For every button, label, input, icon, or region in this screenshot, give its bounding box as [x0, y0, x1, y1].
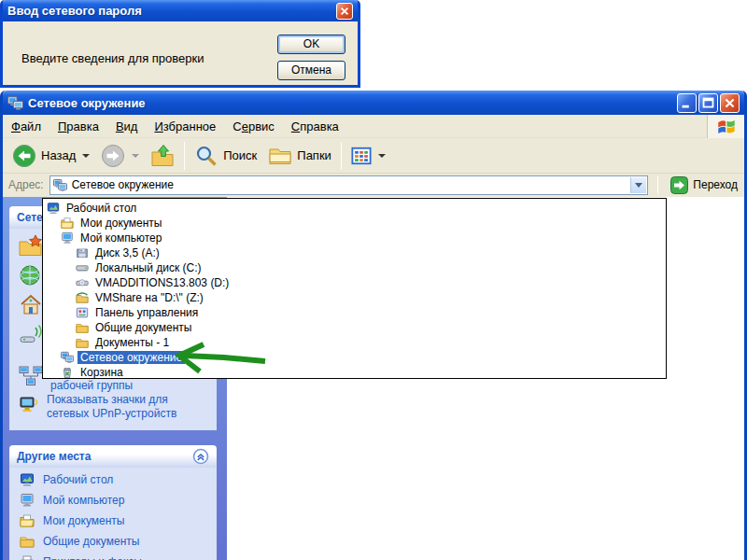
- upnp-task-label[interactable]: Показывать значки для сетевых UPnP-устро…: [47, 393, 204, 421]
- menu-edit[interactable]: Правка: [49, 116, 107, 137]
- upnp-device-icon: [19, 396, 39, 416]
- recycle-bin-icon: [61, 366, 74, 379]
- search-button[interactable]: Поиск: [189, 141, 262, 171]
- dropdown-item-control-panel[interactable]: Панель управления: [43, 305, 666, 320]
- forward-icon: [101, 144, 125, 168]
- place-my-documents[interactable]: Мои документы: [13, 511, 213, 531]
- control-panel-icon: [76, 306, 89, 319]
- place-shared-documents[interactable]: Общие документы: [13, 531, 213, 552]
- dropdown-item-shared-documents[interactable]: Общие документы: [43, 320, 666, 335]
- folder-icon: [76, 336, 89, 349]
- network-places-icon: [53, 178, 67, 192]
- back-dropdown-caret[interactable]: [82, 154, 90, 158]
- dropdown-item-desktop[interactable]: Рабочий стол: [43, 201, 666, 216]
- my-computer-icon: [20, 493, 35, 508]
- window-titlebar[interactable]: Сетевое окружение: [3, 91, 744, 115]
- dropdown-item-network-places-selected[interactable]: Сетевое окружение: [43, 350, 666, 365]
- floppy-icon: [76, 246, 89, 259]
- toolbar: Назад Поиск Папки: [3, 138, 744, 174]
- toolbar-separator: [184, 142, 185, 170]
- views-button[interactable]: [345, 143, 391, 169]
- wireless-network-icon: [19, 324, 43, 346]
- task-show-upnp-icons[interactable]: Показывать значки для сетевых UPnP-устро…: [13, 393, 213, 425]
- dialog-message: Введите сведения для проверки: [21, 51, 204, 65]
- place-my-computer[interactable]: Мой компьютер: [13, 490, 213, 511]
- window-title: Сетевое окружение: [28, 96, 672, 110]
- go-label: Переход: [693, 178, 738, 191]
- ok-button[interactable]: OK: [277, 35, 345, 54]
- windows-logo-icon: [707, 115, 744, 138]
- menu-file[interactable]: Файл: [3, 116, 49, 137]
- annotation-arrow: [170, 339, 275, 378]
- menu-tools[interactable]: Сервис: [224, 116, 283, 137]
- folders-button[interactable]: Папки: [262, 141, 337, 171]
- address-dropdown-button[interactable]: [630, 177, 646, 193]
- hdd-icon: [76, 261, 89, 274]
- printers-icon: [20, 554, 35, 560]
- network-password-dialog: Ввод сетевого пароля Введите сведения дл…: [0, 0, 360, 88]
- toolbar-separator: [657, 175, 658, 194]
- desktop-icon: [47, 202, 60, 215]
- cancel-button[interactable]: Отмена: [277, 61, 345, 80]
- maximize-button[interactable]: [698, 93, 718, 113]
- back-label: Назад: [41, 148, 76, 162]
- folders-label: Папки: [297, 148, 331, 162]
- other-places-header[interactable]: Другие места: [9, 445, 217, 468]
- go-button[interactable]: Переход: [668, 176, 740, 194]
- workgroup-task-label[interactable]: рабочей группы: [50, 379, 133, 393]
- place-printers[interactable]: Принтеры и факсы: [13, 552, 213, 560]
- net-drive-icon: [76, 291, 89, 304]
- close-button[interactable]: [720, 93, 740, 113]
- dropdown-item-recycle-bin[interactable]: Корзина: [43, 365, 666, 379]
- folders-icon: [268, 144, 292, 168]
- place-desktop[interactable]: Рабочий стол: [13, 469, 213, 490]
- menu-favorites[interactable]: Избранное: [146, 116, 224, 137]
- address-value: Сетевое окружение: [72, 178, 174, 191]
- desktop-icon: [20, 472, 35, 487]
- minimize-button[interactable]: [677, 93, 697, 113]
- dropdown-item-my-documents[interactable]: Мои документы: [43, 216, 666, 231]
- dialog-close-button[interactable]: [336, 3, 353, 20]
- forward-dropdown-caret: [132, 154, 139, 158]
- menu-help[interactable]: Справка: [283, 116, 347, 137]
- network-places-icon: [61, 351, 74, 364]
- forward-button[interactable]: [95, 141, 145, 171]
- address-label: Адрес:: [8, 178, 44, 191]
- dropdown-item-local-disk-c[interactable]: Локальный диск (C:): [43, 260, 666, 275]
- go-icon: [670, 176, 688, 194]
- dialog-titlebar[interactable]: Ввод сетевого пароля: [3, 0, 358, 21]
- address-combobox[interactable]: Сетевое окружение: [49, 175, 649, 195]
- up-icon: [150, 144, 175, 168]
- dropdown-item-my-computer[interactable]: Мой компьютер: [43, 231, 666, 245]
- chevron-up-circle-icon[interactable]: [192, 448, 209, 465]
- add-network-place-icon: [19, 234, 43, 257]
- menu-bar: Файл Правка Вид Избранное Сервис Справка: [3, 115, 744, 138]
- back-icon: [12, 144, 36, 168]
- other-places-title: Другие места: [17, 450, 91, 463]
- dropdown-item-floppy-a[interactable]: Диск 3,5 (A:): [43, 245, 666, 260]
- network-places-icon: [7, 95, 23, 111]
- my-documents-icon: [61, 217, 74, 230]
- dropdown-item-documents-1[interactable]: Документы - 1: [43, 335, 666, 350]
- up-button[interactable]: [145, 141, 180, 171]
- folder-icon: [20, 534, 35, 549]
- toolbar-separator: [341, 142, 342, 170]
- search-label: Поиск: [223, 148, 257, 162]
- menu-view[interactable]: Вид: [107, 116, 147, 137]
- folder-icon: [76, 321, 89, 334]
- views-dropdown-caret[interactable]: [378, 154, 386, 158]
- dropdown-item-cd-d[interactable]: VMADDITIONS13.803 (D:): [43, 275, 666, 290]
- cd-icon: [76, 276, 89, 289]
- dialog-title: Ввод сетевого пароля: [7, 4, 331, 18]
- address-bar: Адрес: Сетевое окружение Переход: [3, 174, 744, 197]
- dropdown-item-vmshare-z[interactable]: VMShare на "D:\" (Z:): [43, 290, 666, 305]
- workgroup-icon: [19, 365, 43, 387]
- dialog-body: Введите сведения для проверки OK Отмена: [3, 21, 358, 85]
- back-button[interactable]: Назад: [7, 141, 95, 171]
- desktop-background: { "dialog": { "title": "Ввод сетевого па…: [0, 0, 747, 560]
- other-places-body: Рабочий стол Мой компьютер Мои документы…: [9, 468, 217, 560]
- chevron-down-icon: [635, 183, 642, 188]
- home-network-icon: [19, 294, 43, 316]
- other-places-panel: Другие места Рабочий стол Мой компьютер …: [9, 445, 217, 560]
- my-computer-icon: [61, 231, 74, 245]
